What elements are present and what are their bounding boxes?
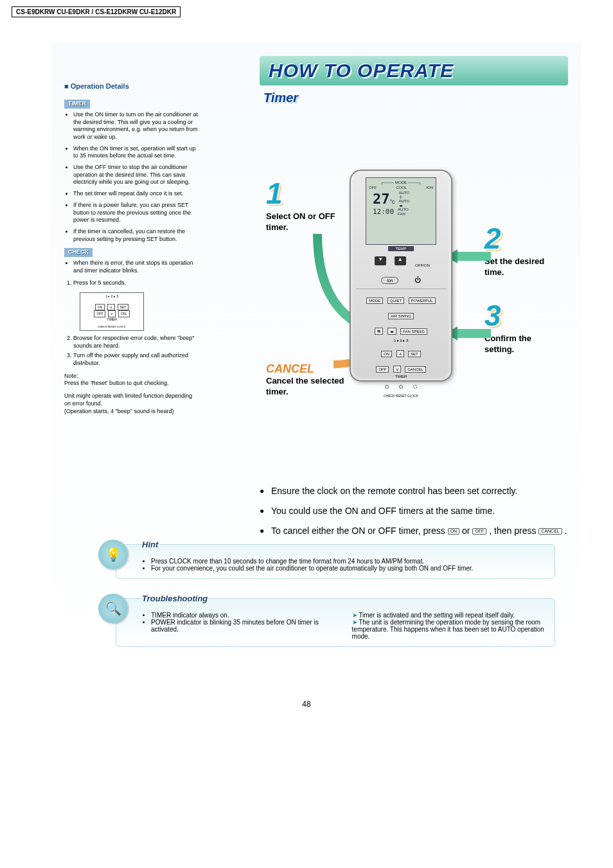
list-item: Use the ON timer to turn on the air cond… [73,111,199,141]
step-2-number: 2 [484,221,501,256]
step-3-label: Confirm the setting. [484,333,562,355]
screen-temp-unit: °c [390,199,395,205]
hint-title: Hint [142,540,158,549]
list-item: Use the OFF timer to stop the air condit… [73,164,199,186]
check-steps-cont: Browse for respective error code, where … [73,335,199,368]
right-column: HOW TO OPERATE Timer 1 Select ON or OFF … [260,56,568,544]
screen-auto-fan: AUTO FAN [398,208,409,216]
remote-control-illustration: ┌──── MODE ────┐ OFF COOL ION 27°c AUTO⇕… [350,170,452,382]
swing-lr-button: ⇆ [375,328,383,335]
cancel-heading: CANCEL [266,362,350,376]
diagram-bottom-labels: CHECK RESET CLOCK [80,325,143,328]
diagram-down-button: ∨ [108,310,116,317]
troubleshooting-title: Troubleshooting [142,594,208,603]
step-2-label: Set the desired time. [484,256,562,278]
timer-set-button: SET [408,351,421,357]
screen-temperature: 27 [373,191,390,207]
check-dot-icon [385,385,389,389]
list-item: For your convenience, you could set the … [151,565,546,572]
list-item: When the ON timer is set, operation will… [73,145,199,160]
notes-list: Ensure the clock on the remote control h… [260,484,568,538]
screen-off: OFF [369,186,377,190]
magnifier-icon: 🔍 [98,594,128,623]
timer-numbers: 1 ▸ 2 ▸ 3 [351,338,451,342]
diagram-off-button: OFF [94,310,105,317]
list-item: Timer is activated and the setting will … [352,612,546,619]
temp-down-button [375,256,386,265]
screen-auto: AUTO⇕AUTO◂▸ [399,191,410,208]
ion-button: ion [381,277,398,284]
bottom-labels: CHECK RESET CLOCK [351,394,451,398]
list-item: The set timer will repeat daily once it … [73,190,199,198]
list-item: TIMER indicator always on. [151,612,337,619]
diagram-on-button: ON [95,304,105,311]
left-column: ■ Operation Details TIMER Use the ON tim… [64,56,199,415]
diagram-up-button: ∧ [107,304,115,311]
mini-remote-diagram: 1 ▸ 2 ▸ 3 ON ∧ SET OFF ∨ CEL TIMER CHECK… [80,292,144,331]
quiet-button: QUIET [387,297,404,304]
diagram-timer-label: TIMER [80,317,143,322]
timer-cancel-button: CANCEL [405,366,425,373]
clock-dot-icon [413,385,417,389]
temp-label: TEMP [388,246,414,251]
timer-down-button: ∨ [393,366,401,373]
off-inline-icon: OFF [472,528,486,535]
step-3-number: 3 [484,298,501,333]
check-bullet-list: When there is error, the unit stops its … [73,260,199,274]
note-item: Ensure the clock on the remote control h… [260,484,568,498]
hint-box: 💡 Hint Press CLOCK more than 10 seconds … [116,544,555,579]
remote-screen: ┌──── MODE ────┐ OFF COOL ION 27°c AUTO⇕… [366,177,436,245]
note-label: Note: [64,373,199,380]
model-header: CS-E9DKRW CU-E9DKR / CS-E12DKRW CU-E12DK… [12,6,181,17]
timer-off-button: OFF [376,366,389,373]
subsection-title: Timer [263,91,568,105]
check-steps: Press for 5 seconds. [73,279,199,287]
timer-label: TIMER [351,375,451,378]
list-item: Press for 5 seconds. [73,279,199,287]
page-number: 48 [0,700,613,709]
screen-cool: COOL [396,186,407,190]
screen-mode-label: ┌──── MODE ────┐ [369,181,433,184]
list-item: The unit is determining the operation mo… [352,619,546,640]
title-bar: HOW TO OPERATE [260,56,568,85]
timer-up-button: ∧ [396,350,404,357]
page-body: ■ Operation Details TIMER Use the ON tim… [51,43,581,680]
screen-clock: 12:00 [373,208,394,216]
timer-section-tag: TIMER [64,100,90,109]
step-1-label: Select ON or OFF timer. [266,211,337,233]
timer-bullet-list: Use the ON timer to turn on the air cond… [73,111,199,243]
list-item: Browse for respective error code, where … [73,335,199,350]
list-item: If there is a power failure, you can pre… [73,202,199,224]
step-1-number: 1 [266,176,283,211]
remote-illustration-area: 1 Select ON or OFF timer. 2 Set the desi… [260,112,568,472]
powerful-button: POWERFUL [409,297,436,304]
power-icon: ⏻ [414,276,421,283]
cancel-label: Cancel the selected timer. [266,376,350,398]
reset-dot-icon [399,385,403,389]
list-item: When there is error, the unit stops its … [73,260,199,274]
diagram-numbers: 1 ▸ 2 ▸ 3 [80,294,143,299]
lightbulb-icon: 💡 [98,540,128,569]
off-on-label: OFF/ON [415,263,430,267]
list-item: Turn off the power supply and call autho… [73,352,199,367]
note-item: You could use the ON and OFF timers at t… [260,504,568,518]
check-section-tag: CHECK [64,248,93,257]
air-swing-button: AIR SWING [388,313,414,319]
troubleshooting-box: 🔍 Troubleshooting TIMER indicator always… [116,598,555,647]
timer-on-button: ON [381,351,392,357]
note-text: Press the 'Reset' button to quit checkin… [64,380,199,387]
on-inline-icon: ON [448,528,460,535]
temp-up-button [395,256,406,265]
note-item: To cancel either the ON or OFF timer, pr… [260,524,568,538]
cancel-inline-icon: CANCEL [538,528,562,535]
note-extra: Unit might operate with limited function… [64,393,199,415]
operation-details-heading: ■ Operation Details [64,82,199,91]
diagram-set-button: SET [118,304,129,311]
list-item: POWER indicator is blinking 35 minutes b… [151,619,337,633]
list-item: Press CLOCK more than 10 seconds to chan… [151,558,546,565]
swing-ud-button: ◂▸ [387,328,396,335]
mode-button: MODE [366,297,383,304]
fan-speed-button: FAN SPEED [400,328,427,335]
screen-ion: ION [426,186,433,190]
page-title: HOW TO OPERATE [269,60,559,82]
